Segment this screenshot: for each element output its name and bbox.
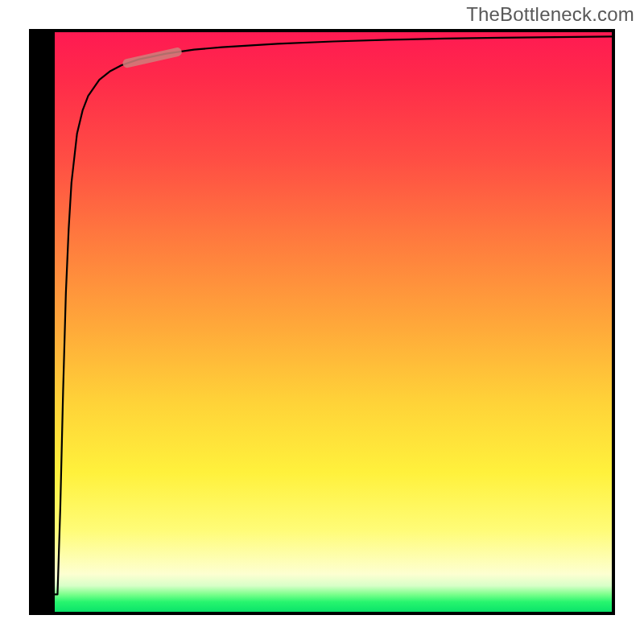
watermark-text: TheBottleneck.com	[466, 3, 634, 26]
curve-layer	[55, 32, 612, 612]
chart-stage: TheBottleneck.com	[0, 0, 644, 644]
plot-area	[55, 32, 612, 612]
bottleneck-curve	[55, 36, 612, 594]
curve-highlight-marker	[127, 52, 177, 64]
